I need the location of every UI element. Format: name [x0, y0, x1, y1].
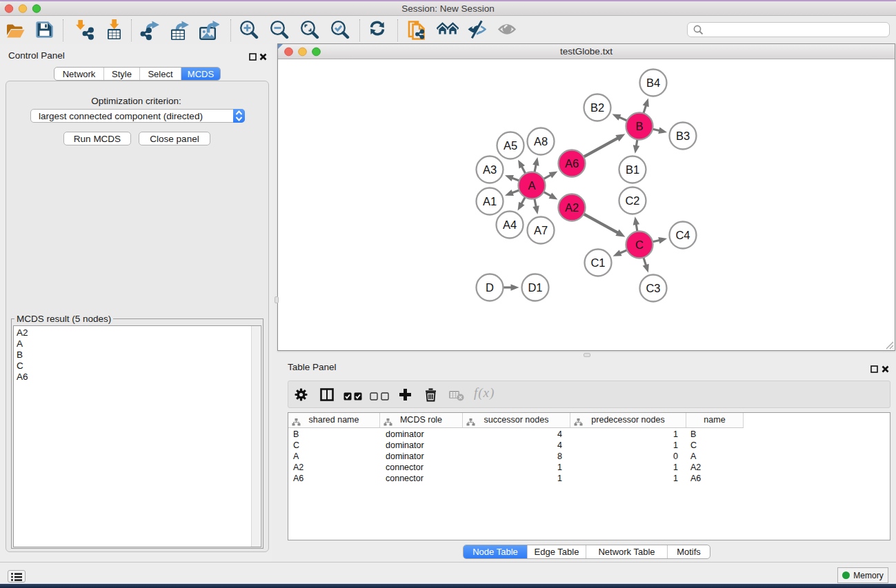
svg-text:C: C [635, 239, 644, 251]
svg-text:B3: B3 [676, 130, 690, 142]
svg-text:A4: A4 [503, 219, 517, 231]
svg-text:C2: C2 [625, 194, 639, 207]
svg-text:A1: A1 [483, 195, 497, 207]
svg-text:A5: A5 [504, 139, 517, 152]
svg-text:B1: B1 [626, 163, 639, 176]
svg-text:A2: A2 [565, 201, 579, 214]
svg-text:B: B [635, 120, 643, 132]
svg-text:A3: A3 [483, 163, 497, 176]
svg-text:B4: B4 [646, 77, 660, 89]
svg-text:C3: C3 [646, 282, 660, 294]
svg-text:A8: A8 [534, 135, 548, 148]
svg-text:C4: C4 [675, 229, 690, 241]
svg-text:A6: A6 [565, 157, 579, 170]
svg-text:C1: C1 [590, 256, 605, 269]
svg-text:A: A [528, 179, 535, 192]
svg-text:D1: D1 [528, 281, 542, 294]
svg-text:A7: A7 [534, 224, 548, 236]
svg-text:B2: B2 [590, 101, 604, 114]
svg-text:D: D [486, 281, 494, 294]
